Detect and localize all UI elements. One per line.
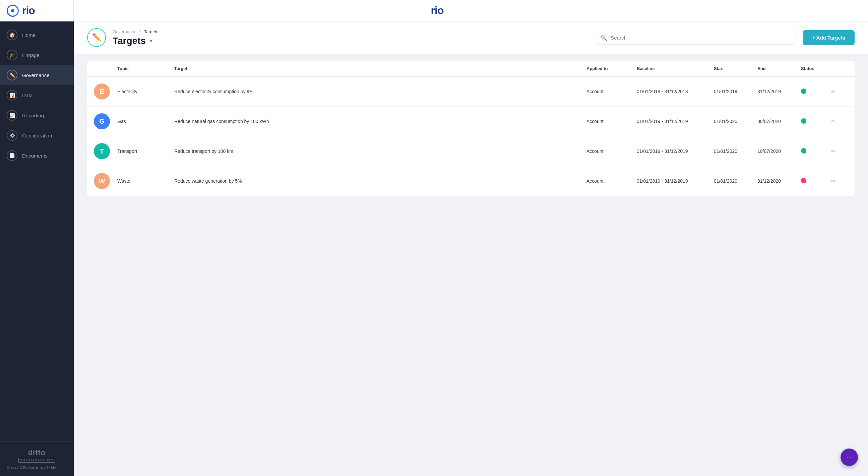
sidebar-footer: ditto SUSTAINABILITY © 2020 Ditto Sustai… (0, 442, 74, 476)
row-baseline-3: 01/01/2019 - 31/12/2019 (637, 178, 711, 184)
row-applied-to-2: Account (587, 149, 633, 154)
sidebar-icon-engage: 🎓 (7, 50, 18, 60)
main-logo-area: rio (74, 0, 801, 21)
row-start-0: 01/01/2019 (714, 89, 754, 94)
row-baseline-0: 01/01/2018 - 31/12/2018 (637, 89, 711, 94)
col-baseline: Baseline (637, 66, 711, 71)
sidebar-item-data[interactable]: 📊 Data (0, 85, 74, 105)
row-applied-to-0: Account (587, 89, 633, 94)
table-row: W Waste Reduce waste generation by 5% Ac… (87, 166, 855, 196)
search-icon: 🔍 (600, 34, 607, 41)
sidebar-label-data: Data (22, 92, 33, 98)
row-status-2 (801, 148, 828, 154)
search-bar[interactable]: 🔍 (595, 31, 796, 44)
row-avatar-0: E (94, 84, 114, 99)
row-applied-to-1: Account (587, 119, 633, 124)
sidebar-item-configuration[interactable]: ⚙️ Configuration (0, 125, 74, 146)
row-start-2: 01/01/2020 (714, 149, 754, 154)
breadcrumb-current: Targets (144, 29, 158, 34)
table-body: E Electricity Reduce electricity consump… (87, 77, 855, 196)
edit-icon-1[interactable]: ✏ (831, 119, 836, 124)
row-topic-3: Waste (117, 178, 171, 184)
sidebar-label-configuration: Configuration (22, 133, 52, 139)
row-avatar-1: G (94, 113, 114, 129)
row-target-2: Reduce transport by 100 km (174, 149, 583, 154)
row-topic-1: Gas (117, 119, 171, 124)
row-edit-1[interactable]: ✏ (831, 118, 848, 125)
table-header: Topic Target Applied to Baseline Start E… (87, 61, 855, 77)
edit-icon-3[interactable]: ✏ (831, 178, 836, 184)
sidebar-icon-reporting: 📈 (7, 110, 18, 121)
table-area: Topic Target Applied to Baseline Start E… (74, 54, 868, 476)
sidebar-label-reporting: Reporting (22, 113, 44, 118)
sidebar-item-documents[interactable]: 📄 Documents (0, 146, 74, 166)
row-edit-3[interactable]: ✏ (831, 178, 848, 184)
page-title: Targets (113, 35, 146, 46)
row-applied-to-3: Account (587, 178, 633, 184)
row-baseline-1: 01/01/2019 - 31/12/2019 (637, 119, 711, 124)
ditto-sub-label: SUSTAINABILITY (19, 458, 55, 463)
add-targets-button[interactable]: + Add Targets (803, 30, 855, 45)
sidebar-icon-documents: 📄 (7, 150, 18, 161)
col-status: Status (801, 66, 828, 71)
sidebar-label-engage: Engage (22, 52, 39, 58)
col-applied-to: Applied to (587, 66, 633, 71)
sidebar-item-engage[interactable]: 🎓 Engage (0, 45, 74, 65)
sidebar-item-home[interactable]: 🏠 Home (0, 25, 74, 45)
chat-icon: ··· (846, 453, 852, 461)
sidebar-label-documents: Documents (22, 153, 48, 158)
row-topic-2: Transport (117, 149, 171, 154)
sidebar-nav: 🏠 Home 🎓 Engage ✏️ Governance 📊 Data 📈 R… (0, 22, 74, 442)
row-edit-2[interactable]: ✏ (831, 148, 848, 154)
row-target-3: Reduce waste generation by 5% (174, 178, 583, 184)
col-target: Target (174, 66, 583, 71)
sidebar-label-governance: Governance (22, 72, 50, 78)
ditto-brand: ditto SUSTAINABILITY (7, 448, 67, 463)
logo-text: rio (22, 4, 35, 17)
ditto-logo-name: ditto (7, 448, 67, 457)
logo-circle-icon (7, 5, 19, 17)
row-end-0: 31/12/2019 (757, 89, 798, 94)
chat-bubble[interactable]: ··· (840, 448, 858, 466)
main-content: ✏️ Governance / Targets Targets ▾ 🔍 + Ad… (74, 22, 868, 476)
sidebar-icon-configuration: ⚙️ (7, 130, 18, 141)
col-start: Start (714, 66, 754, 71)
col-actions (831, 66, 848, 71)
row-start-3: 01/01/2020 (714, 178, 754, 184)
breadcrumb-area: Governance / Targets Targets ▾ (113, 29, 588, 46)
layout: 🏠 Home 🎓 Engage ✏️ Governance 📊 Data 📈 R… (0, 22, 868, 476)
title-dropdown-chevron[interactable]: ▾ (150, 37, 153, 44)
col-end: End (757, 66, 798, 71)
edit-icon-0[interactable]: ✏ (831, 89, 836, 94)
row-avatar-3: W (94, 173, 114, 189)
row-status-0 (801, 89, 828, 95)
page-icon: ✏️ (87, 28, 106, 47)
col-avatar (94, 66, 114, 71)
table-row: G Gas Reduce natural gas consumption by … (87, 107, 855, 137)
table-row: T Transport Reduce transport by 100 km A… (87, 137, 855, 166)
edit-icon-2[interactable]: ✏ (831, 149, 836, 154)
sidebar-label-home: Home (22, 32, 35, 38)
breadcrumb-parent: Governance (113, 29, 136, 34)
sidebar-item-reporting[interactable]: 📈 Reporting (0, 105, 74, 125)
breadcrumb: Governance / Targets (113, 29, 588, 34)
center-logo-text: rio (431, 4, 444, 17)
sidebar-item-governance[interactable]: ✏️ Governance (0, 65, 74, 85)
row-start-1: 01/01/2020 (714, 119, 754, 124)
row-avatar-2: T (94, 143, 114, 159)
row-edit-0[interactable]: ✏ (831, 89, 848, 95)
search-input[interactable] (611, 35, 790, 40)
sidebar-logo: rio (0, 0, 74, 21)
top-header: rio rio (0, 0, 868, 22)
sidebar-icon-home: 🏠 (7, 30, 18, 40)
sidebar: 🏠 Home 🎓 Engage ✏️ Governance 📊 Data 📈 R… (0, 22, 74, 476)
row-topic-0: Electricity (117, 89, 171, 94)
sidebar-icon-governance: ✏️ (7, 70, 18, 81)
row-target-0: Reduce electricity consumption by 9% (174, 89, 583, 94)
col-topic: Topic (117, 66, 171, 71)
table-row: E Electricity Reduce electricity consump… (87, 77, 855, 107)
row-end-1: 30/07/2020 (757, 119, 798, 124)
row-baseline-2: 01/01/2019 - 31/12/2019 (637, 149, 711, 154)
page-title-row: Targets ▾ (113, 35, 588, 46)
row-target-1: Reduce natural gas consumption by 100 kW… (174, 119, 583, 124)
